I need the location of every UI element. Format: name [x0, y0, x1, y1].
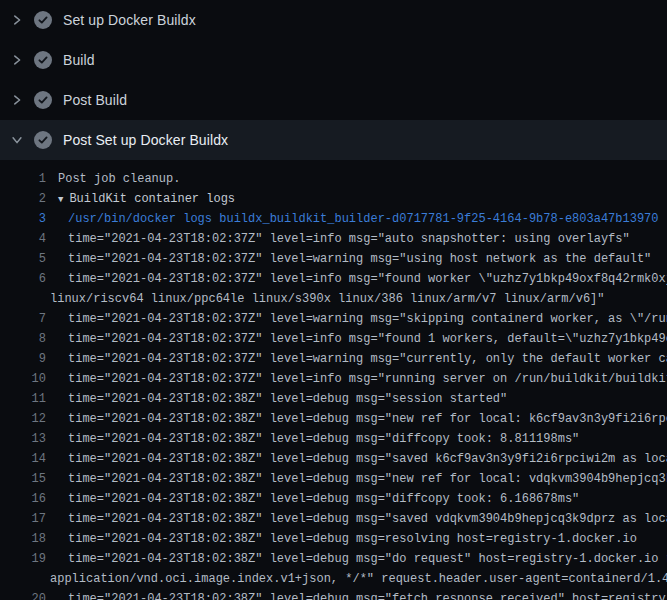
log-text: ▼BuildKit container logs: [46, 189, 235, 209]
log-row: 1Post job cleanup.: [0, 169, 667, 189]
line-number[interactable]: 13: [0, 429, 46, 449]
log-text: time="2021-04-23T18:02:38Z" level=debug …: [46, 409, 667, 429]
line-number[interactable]: 12: [0, 409, 46, 429]
log-row: application/vnd.oci.image.index.v1+json,…: [0, 569, 667, 589]
step-label: Build: [63, 52, 95, 68]
log-text: time="2021-04-23T18:02:37Z" level=warnin…: [46, 249, 651, 269]
log-row: 7time="2021-04-23T18:02:37Z" level=warni…: [0, 309, 667, 329]
log-text: time="2021-04-23T18:02:37Z" level=info m…: [46, 269, 667, 289]
log-row: 9time="2021-04-23T18:02:37Z" level=warni…: [0, 349, 667, 369]
status-check-circle-icon: [34, 11, 52, 29]
log-viewer: 1Post job cleanup.2▼BuildKit container l…: [0, 160, 667, 600]
log-row: 16time="2021-04-23T18:02:38Z" level=debu…: [0, 489, 667, 509]
log-text: application/vnd.oci.image.index.v1+json,…: [46, 569, 667, 589]
line-number[interactable]: 1: [0, 169, 46, 189]
log-text: time="2021-04-23T18:02:38Z" level=debug …: [46, 429, 579, 449]
line-number[interactable]: 19: [0, 549, 46, 569]
chevron-right-icon[interactable]: [9, 12, 25, 28]
group-title[interactable]: BuildKit container logs: [69, 192, 235, 206]
line-number[interactable]: 14: [0, 449, 46, 469]
log-row: 10time="2021-04-23T18:02:37Z" level=info…: [0, 369, 667, 389]
step-header-set-up-docker-buildx[interactable]: Set up Docker Buildx: [0, 0, 667, 40]
log-text: time="2021-04-23T18:02:38Z" level=debug …: [46, 469, 667, 489]
group-toggle-icon[interactable]: ▼: [58, 195, 63, 205]
line-number[interactable]: 15: [0, 469, 46, 489]
log-row: 17time="2021-04-23T18:02:38Z" level=debu…: [0, 509, 667, 529]
log-row: 12time="2021-04-23T18:02:38Z" level=debu…: [0, 409, 667, 429]
line-number[interactable]: 4: [0, 229, 46, 249]
line-number[interactable]: 17: [0, 509, 46, 529]
line-number: [0, 289, 46, 309]
line-number[interactable]: 3: [0, 209, 46, 229]
line-number[interactable]: 8: [0, 329, 46, 349]
log-row: 6time="2021-04-23T18:02:37Z" level=info …: [0, 269, 667, 289]
status-check-circle-icon: [34, 91, 52, 109]
line-number[interactable]: 10: [0, 369, 46, 389]
line-number[interactable]: 11: [0, 389, 46, 409]
log-text: time="2021-04-23T18:02:38Z" level=debug …: [46, 389, 507, 409]
log-text: time="2021-04-23T18:02:38Z" level=debug …: [46, 529, 637, 549]
log-row: 20time="2021-04-23T18:02:38Z" level=debu…: [0, 589, 667, 600]
line-number[interactable]: 2: [0, 189, 46, 209]
step-header-post-build[interactable]: Post Build: [0, 80, 667, 120]
step-label: Post Build: [63, 92, 127, 108]
status-check-circle-icon: [34, 51, 52, 69]
log-text: time="2021-04-23T18:02:38Z" level=debug …: [46, 489, 579, 509]
chevron-right-icon[interactable]: [9, 52, 25, 68]
line-number[interactable]: 20: [0, 589, 46, 600]
log-text: time="2021-04-23T18:02:38Z" level=debug …: [46, 449, 667, 469]
log-row: 8time="2021-04-23T18:02:37Z" level=info …: [0, 329, 667, 349]
step-header-build[interactable]: Build: [0, 40, 667, 80]
log-text: time="2021-04-23T18:02:37Z" level=warnin…: [46, 309, 667, 329]
line-number: [0, 569, 46, 589]
log-row: 2▼BuildKit container logs: [0, 189, 667, 209]
log-text: time="2021-04-23T18:02:38Z" level=debug …: [46, 549, 667, 569]
chevron-down-icon[interactable]: [9, 132, 25, 148]
line-number[interactable]: 6: [0, 269, 46, 289]
log-row: 18time="2021-04-23T18:02:38Z" level=debu…: [0, 529, 667, 549]
line-number[interactable]: 5: [0, 249, 46, 269]
log-text: time="2021-04-23T18:02:37Z" level=info m…: [46, 369, 667, 389]
log-text: time="2021-04-23T18:02:37Z" level=info m…: [46, 229, 630, 249]
log-row: 3/usr/bin/docker logs buildx_buildkit_bu…: [0, 209, 667, 229]
log-text: time="2021-04-23T18:02:38Z" level=debug …: [46, 589, 667, 600]
step-list: Set up Docker BuildxBuildPost BuildPost …: [0, 0, 667, 160]
line-number[interactable]: 16: [0, 489, 46, 509]
log-command-text: /usr/bin/docker logs buildx_buildkit_bui…: [46, 209, 659, 229]
log-row: 11time="2021-04-23T18:02:38Z" level=debu…: [0, 389, 667, 409]
log-text: time="2021-04-23T18:02:37Z" level=info m…: [46, 329, 667, 349]
chevron-right-icon[interactable]: [9, 92, 25, 108]
log-row: 4time="2021-04-23T18:02:37Z" level=info …: [0, 229, 667, 249]
log-text: time="2021-04-23T18:02:37Z" level=warnin…: [46, 349, 667, 369]
log-row: 14time="2021-04-23T18:02:38Z" level=debu…: [0, 449, 667, 469]
step-label: Set up Docker Buildx: [63, 12, 196, 28]
log-row: 15time="2021-04-23T18:02:38Z" level=debu…: [0, 469, 667, 489]
log-row: 5time="2021-04-23T18:02:37Z" level=warni…: [0, 249, 667, 269]
status-check-circle-icon: [34, 131, 52, 149]
log-text: time="2021-04-23T18:02:38Z" level=debug …: [46, 509, 667, 529]
line-number[interactable]: 9: [0, 349, 46, 369]
log-text: linux/riscv64 linux/ppc64le linux/s390x …: [46, 289, 605, 309]
step-header-post-set-up-docker-buildx[interactable]: Post Set up Docker Buildx: [0, 120, 667, 160]
log-row: 13time="2021-04-23T18:02:38Z" level=debu…: [0, 429, 667, 449]
line-number[interactable]: 7: [0, 309, 46, 329]
log-text: Post job cleanup.: [46, 169, 180, 189]
line-number[interactable]: 18: [0, 529, 46, 549]
log-row: 19time="2021-04-23T18:02:38Z" level=debu…: [0, 549, 667, 569]
step-label: Post Set up Docker Buildx: [63, 132, 228, 148]
log-row: linux/riscv64 linux/ppc64le linux/s390x …: [0, 289, 667, 309]
